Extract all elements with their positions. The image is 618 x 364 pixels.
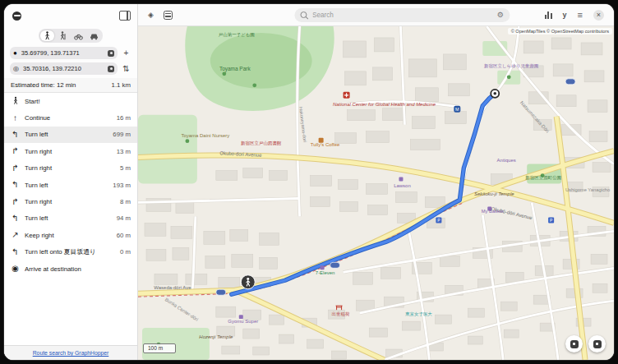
walk-icon bbox=[44, 31, 51, 40]
instruction-row[interactable]: ↰ Turn left onto 夏目坂通り 0 m bbox=[4, 244, 137, 260]
total-distance: 1.1 km bbox=[112, 81, 131, 89]
instruction-row[interactable]: Start! bbox=[4, 93, 137, 109]
svg-text:Lawson: Lawson bbox=[394, 183, 411, 188]
menu-icon[interactable]: ≡ bbox=[578, 11, 583, 20]
instruction-row[interactable]: ↑ Continue 16 m bbox=[4, 109, 137, 126]
svg-text:Ushigome Yanagicho: Ushigome Yanagicho bbox=[565, 188, 610, 193]
svg-text:新宿区立しらゆり児童遊園: 新宿区立しらゆり児童遊園 bbox=[484, 63, 538, 69]
turn-left-icon: ↰ bbox=[11, 131, 20, 139]
topbar: ◈ ⚙ y ≡ × bbox=[138, 4, 614, 26]
locate-icon[interactable] bbox=[108, 66, 114, 72]
svg-text:Antiques: Antiques bbox=[497, 158, 516, 163]
destination-marker[interactable] bbox=[491, 90, 499, 98]
instruction-row[interactable]: ↱ Turn right 8 m bbox=[4, 193, 137, 210]
route-summary: Estimated time: 12 min 1.1 km bbox=[4, 78, 137, 93]
svg-text:Hozenji Temple: Hozenji Temple bbox=[199, 334, 233, 339]
directions-icon[interactable]: ◈ bbox=[148, 12, 154, 19]
profile-selector bbox=[4, 29, 137, 43]
fit-route-button[interactable] bbox=[565, 335, 583, 352]
map-attribution: © OpenMapTiles © OpenStreetMap contribut… bbox=[508, 28, 612, 35]
search-bar[interactable]: ⚙ bbox=[294, 8, 510, 22]
instruction-row[interactable]: ↗ Keep right 60 m bbox=[4, 227, 137, 243]
stats-icon[interactable] bbox=[545, 12, 551, 19]
layers-button[interactable] bbox=[588, 335, 606, 352]
start-marker-icon: ● bbox=[13, 50, 17, 57]
estimated-time: Estimated time: 12 min bbox=[11, 81, 76, 89]
hospital-icon bbox=[344, 92, 350, 99]
fit-route-icon bbox=[570, 340, 579, 348]
car-icon bbox=[90, 32, 99, 40]
instruction-row[interactable]: ↱ Turn right 5 m bbox=[4, 160, 137, 177]
start-input-row: ● + bbox=[4, 47, 137, 59]
turn-left-icon: ↰ bbox=[11, 214, 20, 223]
search-input[interactable] bbox=[311, 11, 493, 20]
filter-icon[interactable]: y bbox=[563, 12, 567, 19]
svg-text:M: M bbox=[455, 107, 459, 112]
shrine-icon bbox=[336, 306, 343, 310]
search-icon bbox=[300, 12, 307, 18]
svg-text:Sekitoku-ji Temple: Sekitoku-ji Temple bbox=[474, 191, 514, 196]
metro-station-icon: M bbox=[454, 106, 460, 113]
map-canvas: M P bbox=[138, 26, 614, 360]
turn-right-icon: ↱ bbox=[11, 198, 20, 206]
svg-text:National Center for Global Hea: National Center for Global Health and Me… bbox=[333, 102, 436, 107]
transit-icon[interactable] bbox=[164, 11, 173, 20]
turn-right-icon: ↱ bbox=[11, 147, 20, 155]
map-scale: 100 m bbox=[143, 343, 176, 353]
turn-left-icon: ↰ bbox=[11, 181, 20, 189]
bike-icon bbox=[74, 32, 83, 40]
profile-foot-button[interactable] bbox=[40, 30, 54, 41]
app-window: ● + ◎ ⇅ Estimated time: 12 min 1.1 km bbox=[4, 4, 614, 360]
start-marker[interactable] bbox=[241, 275, 255, 289]
svg-text:出世稲荷: 出世稲荷 bbox=[332, 311, 350, 316]
layers-icon bbox=[593, 340, 602, 348]
sidebar-toggle-icon[interactable] bbox=[119, 11, 131, 21]
svg-text:My Basket: My Basket bbox=[482, 209, 504, 214]
instruction-row-highlighted[interactable]: ↰ Turn left 699 m bbox=[4, 127, 137, 143]
start-coordinate-input[interactable] bbox=[20, 48, 105, 58]
destination-coordinate-input[interactable] bbox=[21, 64, 105, 73]
svg-text:新宿区立原町公園: 新宿区立原町公園 bbox=[525, 175, 561, 181]
svg-text:7-Eleven: 7-Eleven bbox=[316, 270, 335, 275]
svg-text:Gyomu Super: Gyomu Super bbox=[228, 319, 258, 324]
add-waypoint-button[interactable]: + bbox=[121, 49, 131, 58]
svg-text:東京女子医大: 東京女子医大 bbox=[405, 311, 432, 316]
arrive-icon: ◉ bbox=[11, 265, 20, 273]
swap-locations-button[interactable]: ⇅ bbox=[121, 65, 131, 73]
keep-right-icon: ↗ bbox=[11, 231, 20, 239]
instruction-row[interactable]: ◉ Arrive at destination bbox=[4, 260, 137, 277]
instruction-row[interactable]: ↰ Turn left 94 m bbox=[4, 210, 137, 227]
map[interactable]: M P bbox=[138, 26, 614, 360]
settings-gear-icon[interactable]: ⚙ bbox=[497, 12, 504, 19]
destination-marker-icon: ◎ bbox=[13, 66, 19, 72]
svg-text:Tully's Coffee: Tully's Coffee bbox=[311, 142, 340, 147]
sidebar-footer: Route search by GraphHopper bbox=[4, 345, 137, 360]
graphhopper-link[interactable]: Route search by GraphHopper bbox=[33, 350, 109, 356]
profile-car-button[interactable] bbox=[87, 30, 101, 41]
svg-text:Waseda-dōri Ave: Waseda-dōri Ave bbox=[154, 285, 191, 290]
app-menu-icon[interactable] bbox=[12, 12, 21, 21]
svg-text:戸山第一子ども園: 戸山第一子ども園 bbox=[219, 32, 255, 38]
turn-left-icon: ↰ bbox=[11, 248, 20, 256]
sidebar: ● + ◎ ⇅ Estimated time: 12 min 1.1 km bbox=[4, 4, 138, 360]
continue-icon: ↑ bbox=[11, 114, 20, 122]
instruction-row[interactable]: ↱ Turn right 13 m bbox=[4, 143, 137, 159]
sidebar-header bbox=[4, 4, 137, 25]
profile-hike-button[interactable] bbox=[56, 30, 70, 41]
walk-start-icon bbox=[11, 96, 20, 107]
svg-text:Toyama Daini Nursery: Toyama Daini Nursery bbox=[181, 133, 229, 138]
locate-icon[interactable] bbox=[108, 50, 114, 57]
instruction-row[interactable]: ↰ Turn left 193 m bbox=[4, 177, 137, 193]
instruction-list: Start! ↑ Continue 16 m ↰ Turn left 699 m… bbox=[4, 93, 137, 345]
close-button[interactable]: × bbox=[593, 10, 604, 21]
svg-text:Bunka Center-dōri: Bunka Center-dōri bbox=[164, 297, 200, 322]
svg-text:Toyama Park: Toyama Park bbox=[219, 66, 251, 72]
svg-text:新宿区立戸山図書館: 新宿区立戸山図書館 bbox=[241, 141, 282, 146]
destination-input-row: ◎ ⇅ bbox=[4, 62, 137, 75]
hike-icon bbox=[59, 31, 67, 40]
svg-text:Hakoneyama-dori: Hakoneyama-dori bbox=[298, 107, 307, 143]
profile-bike-button[interactable] bbox=[71, 30, 85, 41]
turn-right-icon: ↱ bbox=[11, 164, 20, 173]
